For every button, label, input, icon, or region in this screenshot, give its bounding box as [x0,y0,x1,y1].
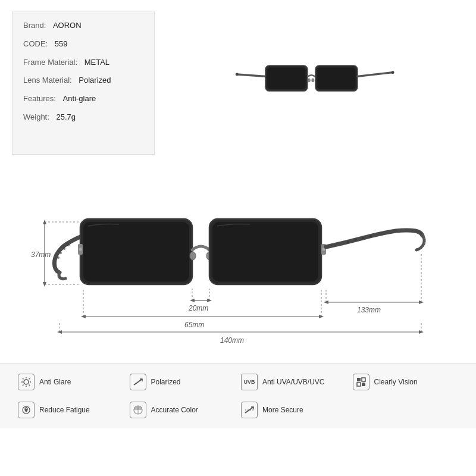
uvb-label: Anti UVA/UVB/UVC [262,378,324,386]
feature-more-secure: More Secure [241,399,347,422]
accurate-color-label: Accurate Color [151,406,198,414]
product-image-top [167,11,464,155]
middle-section: 37mm 20mm 65mm 140mm [0,161,476,363]
svg-point-9 [311,79,314,83]
svg-point-12 [60,252,62,254]
svg-point-26 [362,237,364,239]
svg-rect-15 [83,222,189,281]
svg-line-64 [29,385,30,386]
dimension-svg: 37mm 20mm 65mm 140mm [24,167,452,351]
svg-rect-4 [317,67,355,89]
svg-line-76 [245,407,253,413]
features-section: Anti Glare Polarized UVB Anti UVA/UVB/UV… [0,363,476,428]
spec-code: CODE: 559 [23,38,143,51]
svg-point-8 [308,79,311,83]
svg-point-25 [355,239,357,241]
svg-text:133mm: 133mm [357,306,381,314]
svg-point-13 [57,256,60,259]
lens-value: Polarized [79,74,111,87]
svg-point-10 [67,244,70,246]
uvb-icon: UVB [241,374,258,390]
feature-anti-glare: Anti Glare [18,371,124,394]
more-secure-icon [241,402,258,418]
accurate-color-icon [130,402,146,418]
dimension-container: 37mm 20mm 65mm 140mm [24,167,452,357]
features-value: Anti-glare [63,93,96,105]
svg-point-27 [369,235,372,237]
svg-text:140mm: 140mm [220,336,244,345]
anti-glare-label: Anti Glare [39,378,71,386]
features-label: Features: [23,93,56,105]
reduce-fatigue-icon [18,402,35,418]
brand-label: Brand: [23,20,46,32]
svg-text:20mm: 20mm [188,304,208,312]
clearly-vision-label: Clearly Vision [374,378,418,386]
code-value: 559 [55,38,68,51]
frame-value: METAL [84,57,109,69]
svg-line-66 [23,385,24,386]
weight-value: 25.7g [56,111,76,124]
svg-line-67 [134,379,142,385]
spec-weight: Weight: 25.7g [23,111,143,124]
svg-rect-19 [212,222,318,281]
spec-frame: Frame Material: METAL [23,57,143,69]
svg-rect-2 [267,67,305,89]
specs-box: Brand: AORON CODE: 559 Frame Material: M… [12,11,155,155]
svg-line-65 [29,378,30,380]
brand-value: AORON [53,20,82,32]
spec-brand: Brand: AORON [23,20,143,32]
svg-point-72 [25,409,27,411]
polarized-icon [130,374,146,390]
svg-point-58 [24,380,29,384]
svg-line-63 [23,378,24,380]
svg-rect-69 [362,378,365,381]
svg-line-5 [358,73,393,77]
feature-clearly-vision: Clearly Vision [353,371,459,394]
feature-polarized: Polarized [130,371,236,394]
svg-text:65mm: 65mm [184,321,204,329]
lens-label: Lens Material: [23,74,72,87]
sunglasses-top-svg [232,47,399,118]
clearly-vision-icon [353,374,369,390]
feature-uvb: UVB Anti UVA/UVB/UVC [241,371,347,394]
polarized-label: Polarized [151,378,181,386]
svg-point-7 [392,71,394,74]
spec-lens: Lens Material: Polarized [23,74,143,87]
feature-reduce-fatigue: Reduce Fatigue [18,399,124,422]
svg-point-11 [63,248,65,250]
reduce-fatigue-label: Reduce Fatigue [39,406,90,414]
more-secure-label: More Secure [262,406,303,414]
spec-features: Features: Anti-glare [23,93,143,105]
code-label: CODE: [23,38,48,51]
svg-point-16 [190,252,196,260]
svg-rect-68 [357,378,361,381]
svg-point-6 [236,73,239,76]
feature-accurate-color: Accurate Color [130,399,236,422]
top-section: Brand: AORON CODE: 559 Frame Material: M… [0,0,476,161]
svg-line-0 [237,74,265,76]
svg-text:37mm: 37mm [31,250,51,259]
anti-glare-icon [18,374,35,390]
frame-label: Frame Material: [23,57,77,69]
weight-label: Weight: [23,111,49,124]
svg-point-24 [347,241,349,243]
svg-rect-71 [362,383,365,386]
svg-rect-70 [357,383,361,386]
svg-point-22 [79,248,82,251]
